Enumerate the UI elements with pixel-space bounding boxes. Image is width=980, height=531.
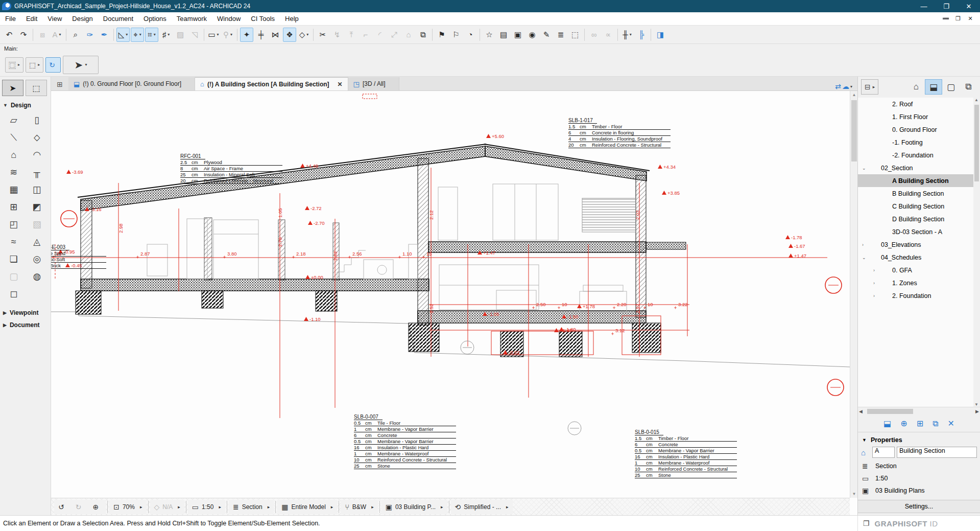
scroll-down-icon[interactable]: ▼ <box>850 490 857 498</box>
clone-folder-button[interactable]: ⧉ <box>933 419 938 428</box>
quad-view-button[interactable]: ⊞ <box>51 78 68 90</box>
graphisoft-id-area[interactable]: ❐ GRAPHISOFT ID <box>857 516 980 531</box>
roof-tool[interactable]: ⌂ <box>2 146 26 164</box>
toolbox-viewpoint-header[interactable]: ▶ Viewpoint <box>0 307 51 319</box>
menu-options[interactable]: Options <box>138 13 172 25</box>
tree-item-first-floor[interactable]: 1. First Floor <box>858 110 980 123</box>
opening-tool[interactable]: ◻ <box>2 285 26 303</box>
object-tool[interactable]: ❏ <box>2 250 26 268</box>
morph-tool[interactable]: ◬ <box>26 233 49 250</box>
scroll-right-icon[interactable]: ▶ <box>975 407 979 415</box>
sep[interactable] <box>432 29 433 41</box>
orientation-button[interactable]: ◇ N/A <box>150 500 184 514</box>
scroll-up-icon[interactable]: ▲ <box>974 98 978 102</box>
properties-header[interactable]: ▼ Properties <box>858 434 980 446</box>
scroll-up-icon[interactable]: ▲ <box>850 91 857 99</box>
sep[interactable] <box>584 29 585 41</box>
find-select-button[interactable]: ⌕ <box>69 28 82 42</box>
column-tool[interactable]: ▯ <box>26 111 49 129</box>
door-tool[interactable]: ◫ <box>26 181 49 198</box>
tree-item-foundation[interactable]: -2. Foundation <box>858 149 980 161</box>
curtain-wall-tool[interactable]: ▦ <box>2 181 26 198</box>
scale-button[interactable]: ▭ 1:50 <box>188 500 225 514</box>
tab-ground-floor[interactable]: ⬓ (!) 0. Ground Floor [0. Ground Floor] <box>68 77 195 90</box>
measure-button[interactable]: ╪ <box>254 28 268 42</box>
delete-button[interactable]: ✕ <box>947 419 954 428</box>
menu-help[interactable]: Help <box>280 13 304 25</box>
toolbox-design-header[interactable]: ▼ Design <box>0 99 51 111</box>
scrollbar-thumb[interactable] <box>867 409 913 414</box>
sep[interactable] <box>275 501 276 513</box>
beam-tool[interactable]: ⟍ <box>2 129 26 146</box>
section-box-button[interactable]: ⬚ <box>568 28 582 42</box>
view-map-button[interactable]: ⬓ <box>925 79 942 95</box>
arrow-tool[interactable]: ➤ <box>2 80 23 96</box>
tree-horizontal-scrollbar[interactable]: ◀ ▶ <box>858 407 980 415</box>
arrow-mode-button[interactable]: ➤▾ <box>63 56 99 74</box>
tab-building-section[interactable]: ⌂ (!) A Building Section [A Building Sec… <box>195 77 348 90</box>
layout-book-button[interactable]: ▢ <box>942 79 960 95</box>
expander-icon[interactable]: › <box>862 242 867 247</box>
transform-button[interactable]: ⧈ <box>36 28 49 42</box>
zoom-in-button[interactable]: ⊕ <box>88 500 106 514</box>
grid-tool[interactable]: ◍ <box>26 268 49 285</box>
close-button[interactable]: ✕ <box>958 0 980 12</box>
trim-button[interactable]: ✂ <box>316 28 329 42</box>
menu-teamwork[interactable]: Teamwork <box>172 13 212 25</box>
minimize-button[interactable]: — <box>913 0 935 12</box>
unlink-button[interactable]: ∝ <box>602 28 615 42</box>
image-button[interactable]: ▣ <box>511 28 524 42</box>
tree-item-2-foundation[interactable]: › 2. Foundation <box>858 289 980 302</box>
menu-view[interactable]: View <box>42 13 67 25</box>
reference-id-field[interactable]: A <box>872 447 895 458</box>
doc-close-icon[interactable]: ✕ <box>965 15 976 22</box>
tree-item-c-building-section[interactable]: C Building Section <box>858 200 980 213</box>
scrollbar-thumb[interactable] <box>974 105 979 181</box>
project-map-button[interactable]: ⌂ <box>907 79 925 95</box>
scroll-left-icon[interactable]: ◀ <box>859 407 863 415</box>
tree-item-02-section[interactable]: ⌄ 02_Section <box>858 161 980 174</box>
doc-restore-icon[interactable]: ❐ <box>952 15 964 22</box>
project-chooser-button[interactable]: ⊟ ▸ <box>861 79 878 95</box>
shell-list-button[interactable]: ◔ <box>464 28 477 42</box>
sep[interactable] <box>617 29 618 41</box>
railing-tool[interactable]: ╥ <box>26 164 49 181</box>
sep[interactable] <box>651 29 651 41</box>
tree-vertical-scrollbar[interactable]: ▲ ▼ <box>973 98 980 407</box>
roof-accessory-button[interactable]: ⌂ <box>402 28 415 42</box>
zone-tool[interactable]: ▧ <box>26 216 49 233</box>
skylight-tool[interactable]: ◩ <box>26 198 49 216</box>
tree-item-b-building-section[interactable]: B Building Section <box>858 187 980 200</box>
guide-lines-button[interactable]: ◺ <box>116 28 130 42</box>
morph-mode-button[interactable]: ◇ <box>297 28 310 42</box>
expander-icon[interactable]: › <box>873 293 878 298</box>
profile-button[interactable]: ⚲ <box>221 28 234 42</box>
inject-parameters-button[interactable]: ✒ <box>98 28 111 42</box>
teamwork-sync-icon[interactable]: ⇄ <box>835 82 841 90</box>
equipment-tool[interactable]: ▢ <box>2 268 26 285</box>
menu-edit[interactable]: Edit <box>21 13 42 25</box>
marquee-tool[interactable]: ⬚ <box>26 80 47 96</box>
layer-combo-button[interactable]: ≣ Section <box>229 500 274 514</box>
sep[interactable] <box>186 501 186 513</box>
flag-button[interactable]: ⚑ <box>435 28 448 42</box>
sep[interactable] <box>227 501 227 513</box>
link-button[interactable]: ∞ <box>587 28 601 42</box>
surfaces-button[interactable]: ▤ <box>497 28 510 42</box>
window-tool[interactable]: ⊞ <box>2 198 26 216</box>
align-button[interactable]: ◹ <box>188 28 201 42</box>
pen-set-button[interactable]: ⑂ B&W <box>341 500 377 514</box>
menu-file[interactable]: File <box>0 13 21 25</box>
sep[interactable] <box>480 29 480 41</box>
expander-icon[interactable]: › <box>873 268 878 273</box>
undo-button[interactable]: ↶ <box>3 28 16 42</box>
marquee-options-button[interactable]: ▭ <box>207 28 220 42</box>
text-style-button[interactable]: A <box>50 28 63 42</box>
expander-icon[interactable]: ⌄ <box>862 166 867 171</box>
magic-wand-button[interactable]: ✦ <box>240 28 253 42</box>
marquee-union-button[interactable]: ⿴▸ <box>5 57 23 73</box>
redo-button[interactable]: ↷ <box>17 28 30 42</box>
zoom-undo-button[interactable]: ↺ <box>54 500 71 514</box>
tree-item-04-schedules[interactable]: ⌄ 04_Schedules <box>858 251 980 264</box>
rotate-link-button[interactable]: ↻ <box>45 57 61 73</box>
